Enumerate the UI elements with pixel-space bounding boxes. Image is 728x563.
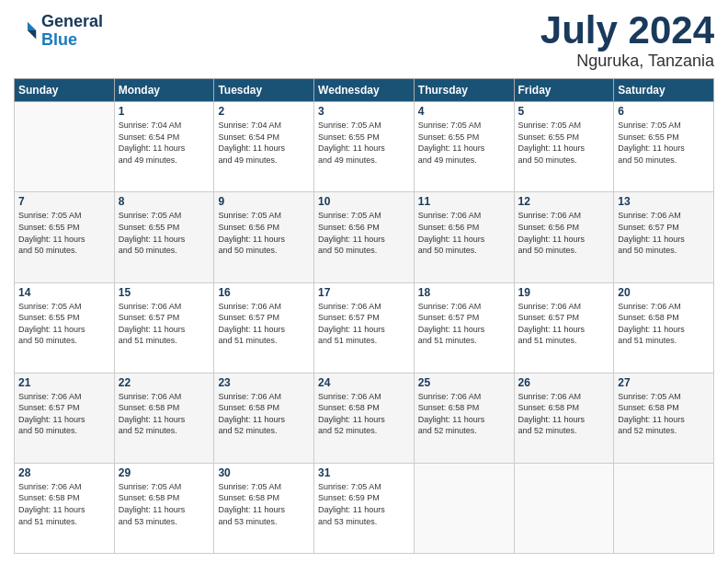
day-info: Sunrise: 7:05 AM Sunset: 6:55 PM Dayligh… (18, 210, 110, 256)
col-saturday: Saturday (614, 79, 714, 102)
day-info: Sunrise: 7:06 AM Sunset: 6:58 PM Dayligh… (218, 391, 310, 437)
day-number: 3 (318, 105, 410, 118)
day-number: 9 (218, 195, 310, 208)
day-info: Sunrise: 7:05 AM Sunset: 6:58 PM Dayligh… (618, 391, 710, 437)
cell-4-5: 25Sunrise: 7:06 AM Sunset: 6:58 PM Dayli… (414, 373, 514, 463)
week-row-4: 21Sunrise: 7:06 AM Sunset: 6:57 PM Dayli… (15, 373, 714, 463)
day-number: 23 (218, 376, 310, 389)
cell-3-1: 14Sunrise: 7:05 AM Sunset: 6:55 PM Dayli… (15, 282, 115, 373)
day-number: 17 (318, 286, 410, 299)
cell-2-1: 7Sunrise: 7:05 AM Sunset: 6:55 PM Daylig… (15, 192, 115, 282)
cell-2-2: 8Sunrise: 7:05 AM Sunset: 6:55 PM Daylig… (114, 192, 214, 282)
day-number: 15 (119, 286, 210, 299)
day-info: Sunrise: 7:05 AM Sunset: 6:59 PM Dayligh… (318, 481, 410, 527)
day-info: Sunrise: 7:06 AM Sunset: 6:57 PM Dayligh… (218, 301, 310, 347)
cell-2-4: 10Sunrise: 7:05 AM Sunset: 6:56 PM Dayli… (314, 192, 415, 282)
day-info: Sunrise: 7:04 AM Sunset: 6:54 PM Dayligh… (218, 120, 310, 166)
calendar-title: July 2024 (540, 9, 714, 52)
cell-5-5 (414, 463, 514, 553)
logo-icon (14, 18, 40, 44)
day-info: Sunrise: 7:05 AM Sunset: 6:55 PM Dayligh… (318, 120, 410, 166)
cell-1-1 (15, 102, 115, 192)
day-info: Sunrise: 7:05 AM Sunset: 6:55 PM Dayligh… (418, 120, 510, 166)
svg-marker-0 (28, 22, 36, 30)
logo: General Blue (14, 13, 103, 50)
day-number: 27 (618, 376, 710, 389)
day-info: Sunrise: 7:06 AM Sunset: 6:58 PM Dayligh… (318, 391, 410, 437)
day-number: 7 (18, 195, 110, 208)
header-row: Sunday Monday Tuesday Wednesday Thursday… (15, 79, 714, 102)
day-info: Sunrise: 7:05 AM Sunset: 6:56 PM Dayligh… (218, 210, 310, 256)
cell-4-4: 24Sunrise: 7:06 AM Sunset: 6:58 PM Dayli… (314, 373, 415, 463)
cell-2-6: 12Sunrise: 7:06 AM Sunset: 6:56 PM Dayli… (514, 192, 614, 282)
day-info: Sunrise: 7:05 AM Sunset: 6:58 PM Dayligh… (218, 481, 310, 527)
day-info: Sunrise: 7:06 AM Sunset: 6:58 PM Dayligh… (518, 391, 610, 437)
logo-text: General Blue (41, 13, 103, 50)
header: General Blue July 2024 Nguruka, Tanzania (14, 9, 714, 71)
day-number: 4 (418, 105, 510, 118)
cell-4-1: 21Sunrise: 7:06 AM Sunset: 6:57 PM Dayli… (15, 373, 115, 463)
cell-1-7: 6Sunrise: 7:05 AM Sunset: 6:55 PM Daylig… (614, 102, 714, 192)
calendar-table: Sunday Monday Tuesday Wednesday Thursday… (14, 78, 714, 554)
col-tuesday: Tuesday (214, 79, 314, 102)
calendar-subtitle: Nguruka, Tanzania (540, 52, 714, 71)
day-info: Sunrise: 7:05 AM Sunset: 6:55 PM Dayligh… (518, 120, 610, 166)
day-number: 2 (218, 105, 310, 118)
title-section: July 2024 Nguruka, Tanzania (540, 9, 714, 71)
cell-2-3: 9Sunrise: 7:05 AM Sunset: 6:56 PM Daylig… (214, 192, 314, 282)
col-sunday: Sunday (15, 79, 115, 102)
day-number: 6 (618, 105, 710, 118)
day-number: 24 (318, 376, 410, 389)
day-number: 8 (119, 195, 210, 208)
cell-2-7: 13Sunrise: 7:06 AM Sunset: 6:57 PM Dayli… (614, 192, 714, 282)
day-info: Sunrise: 7:05 AM Sunset: 6:55 PM Dayligh… (119, 210, 210, 256)
col-monday: Monday (114, 79, 214, 102)
day-number: 28 (18, 466, 110, 479)
day-number: 20 (618, 286, 710, 299)
day-number: 11 (418, 195, 510, 208)
day-info: Sunrise: 7:06 AM Sunset: 6:57 PM Dayligh… (18, 391, 110, 437)
calendar-page: General Blue July 2024 Nguruka, Tanzania… (0, 0, 728, 563)
day-number: 22 (119, 376, 210, 389)
cell-3-6: 19Sunrise: 7:06 AM Sunset: 6:57 PM Dayli… (514, 282, 614, 373)
week-row-5: 28Sunrise: 7:06 AM Sunset: 6:58 PM Dayli… (15, 463, 714, 553)
day-number: 5 (518, 105, 610, 118)
cell-4-7: 27Sunrise: 7:05 AM Sunset: 6:58 PM Dayli… (614, 373, 714, 463)
cell-3-7: 20Sunrise: 7:06 AM Sunset: 6:58 PM Dayli… (614, 282, 714, 373)
day-number: 21 (18, 376, 110, 389)
day-info: Sunrise: 7:06 AM Sunset: 6:57 PM Dayligh… (318, 301, 410, 347)
cell-3-2: 15Sunrise: 7:06 AM Sunset: 6:57 PM Dayli… (114, 282, 214, 373)
day-info: Sunrise: 7:06 AM Sunset: 6:57 PM Dayligh… (119, 301, 210, 347)
cell-3-5: 18Sunrise: 7:06 AM Sunset: 6:57 PM Dayli… (414, 282, 514, 373)
week-row-1: 1Sunrise: 7:04 AM Sunset: 6:54 PM Daylig… (15, 102, 714, 192)
day-info: Sunrise: 7:06 AM Sunset: 6:56 PM Dayligh… (518, 210, 610, 256)
week-row-2: 7Sunrise: 7:05 AM Sunset: 6:55 PM Daylig… (15, 192, 714, 282)
day-info: Sunrise: 7:04 AM Sunset: 6:54 PM Dayligh… (119, 120, 210, 166)
cell-5-3: 30Sunrise: 7:05 AM Sunset: 6:58 PM Dayli… (214, 463, 314, 553)
cell-5-6 (514, 463, 614, 553)
day-number: 12 (518, 195, 610, 208)
col-friday: Friday (514, 79, 614, 102)
day-info: Sunrise: 7:06 AM Sunset: 6:57 PM Dayligh… (618, 210, 710, 256)
cell-4-3: 23Sunrise: 7:06 AM Sunset: 6:58 PM Dayli… (214, 373, 314, 463)
day-number: 18 (418, 286, 510, 299)
day-number: 25 (418, 376, 510, 389)
cell-1-6: 5Sunrise: 7:05 AM Sunset: 6:55 PM Daylig… (514, 102, 614, 192)
day-info: Sunrise: 7:06 AM Sunset: 6:58 PM Dayligh… (119, 391, 210, 437)
cell-2-5: 11Sunrise: 7:06 AM Sunset: 6:56 PM Dayli… (414, 192, 514, 282)
day-info: Sunrise: 7:05 AM Sunset: 6:55 PM Dayligh… (18, 301, 110, 347)
col-thursday: Thursday (414, 79, 514, 102)
cell-1-5: 4Sunrise: 7:05 AM Sunset: 6:55 PM Daylig… (414, 102, 514, 192)
day-number: 10 (318, 195, 410, 208)
cell-5-7 (614, 463, 714, 553)
cell-1-4: 3Sunrise: 7:05 AM Sunset: 6:55 PM Daylig… (314, 102, 415, 192)
week-row-3: 14Sunrise: 7:05 AM Sunset: 6:55 PM Dayli… (15, 282, 714, 373)
day-number: 16 (218, 286, 310, 299)
day-number: 29 (119, 466, 210, 479)
cell-3-4: 17Sunrise: 7:06 AM Sunset: 6:57 PM Dayli… (314, 282, 415, 373)
day-info: Sunrise: 7:06 AM Sunset: 6:58 PM Dayligh… (18, 481, 110, 527)
cell-3-3: 16Sunrise: 7:06 AM Sunset: 6:57 PM Dayli… (214, 282, 314, 373)
day-number: 14 (18, 286, 110, 299)
cell-5-1: 28Sunrise: 7:06 AM Sunset: 6:58 PM Dayli… (15, 463, 115, 553)
cell-4-6: 26Sunrise: 7:06 AM Sunset: 6:58 PM Dayli… (514, 373, 614, 463)
